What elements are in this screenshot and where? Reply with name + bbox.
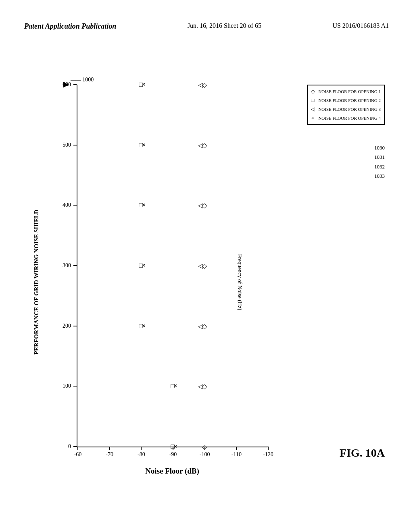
legend-id-1030: 1030 <box>374 143 385 152</box>
legend-id-1033: 1033 <box>374 171 385 181</box>
publication-label: Patent Application Publication <box>24 22 116 31</box>
legend-ids: 1030 1031 1032 1033 <box>374 143 385 181</box>
legend-row: ◇NOISE FLOOR FOR OPENING 1 <box>311 87 381 96</box>
y-axis-label: PERFORMANCE OF GRID WIRING NOISE SHIELD <box>33 202 40 363</box>
data-point-cross-7: × <box>142 81 146 88</box>
legend-id-1031: 1031 <box>374 152 385 162</box>
data-point-triangle-5: ◁ <box>198 141 203 149</box>
legend-row: ◁NOISE FLOOR FOR OPENING 3 <box>311 105 381 114</box>
x-tick--60: -60 <box>77 447 78 450</box>
data-point-cross-1: × <box>174 443 177 450</box>
legend: ◇NOISE FLOOR FOR OPENING 1□NOISE FLOOR F… <box>307 85 385 125</box>
x-axis-label: Noise Floor (dB) <box>77 467 268 476</box>
legend-row: □NOISE FLOOR FOR OPENING 2 <box>311 96 381 105</box>
legend-id-1032: 1032 <box>374 162 385 171</box>
data-point-triangle-1: ◁ <box>198 382 203 390</box>
figure-id-label: —— 1000 ▶ <box>71 77 94 83</box>
data-point-cross-4: × <box>142 262 146 269</box>
right-y-axis-label: Frequency of Noise (Hz) <box>236 222 243 343</box>
data-point-diamond-1: ◇ <box>202 443 207 451</box>
data-point-triangle-6: ◁ <box>198 81 203 89</box>
x-tick--120: -120 <box>268 447 269 450</box>
x-tick--70: -70 <box>109 447 110 450</box>
sheet-info: Jun. 16, 2016 Sheet 20 of 65 <box>188 22 261 29</box>
page-header: Patent Application Publication Jun. 16, … <box>0 22 413 31</box>
patent-number: US 2016/0166183 A1 <box>332 22 389 29</box>
chart-container: PERFORMANCE OF GRID WIRING NOISE SHIELD … <box>32 64 393 500</box>
legend-row: ×NOISE FLOOR FOR OPENING 4 <box>311 114 381 123</box>
data-point-cross-5: × <box>142 202 146 209</box>
data-point-triangle-2: ◁ <box>198 322 203 330</box>
x-tick--110: -110 <box>236 447 237 450</box>
data-point-triangle-4: ◁ <box>198 202 203 209</box>
figure-label: FIG. 10A <box>340 447 385 459</box>
data-point-cross-6: × <box>142 141 146 149</box>
x-tick--80: -80 <box>141 447 142 450</box>
data-point-triangle-3: ◁ <box>198 262 203 270</box>
data-point-cross-3: × <box>142 322 146 330</box>
data-point-cross-2: × <box>174 382 177 390</box>
